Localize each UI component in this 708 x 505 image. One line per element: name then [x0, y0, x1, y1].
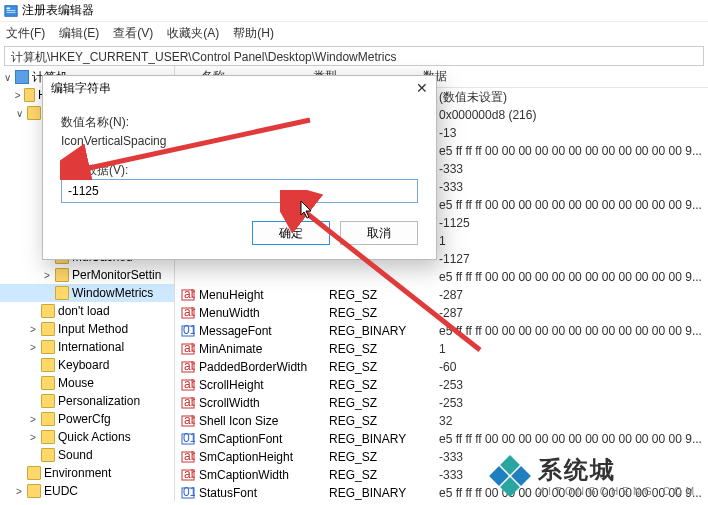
value-type-icon: ab — [181, 396, 195, 410]
cell-type: REG_SZ — [329, 450, 439, 464]
list-row[interactable]: abScrollHeightREG_SZ-253 — [175, 376, 708, 394]
svg-text:ab: ab — [184, 288, 195, 301]
list-row[interactable]: abShell Icon SizeREG_SZ32 — [175, 412, 708, 430]
cell-name: SmCaptionWidth — [199, 468, 329, 482]
cell-data: e5 ff ff ff 00 00 00 00 00 00 00 00 00 0… — [439, 324, 708, 338]
cell-type: REG_SZ — [329, 378, 439, 392]
folder-icon — [41, 322, 55, 336]
cell-type: REG_SZ — [329, 306, 439, 320]
value-data-label: 数值数据(V): — [61, 162, 418, 179]
cell-data: -333 — [439, 180, 708, 194]
cell-data: -287 — [439, 288, 708, 302]
watermark-en: XITONGCHENG.COM — [538, 486, 698, 497]
tree-node[interactable]: >Input Method — [0, 320, 174, 338]
value-name-value: IconVerticalSpacing — [61, 131, 418, 156]
cell-data: -253 — [439, 378, 708, 392]
tree-twisty-icon[interactable]: > — [14, 90, 21, 101]
cell-name: StatusFont — [199, 486, 329, 500]
value-type-icon: ab — [181, 342, 195, 356]
tree-twisty-icon[interactable]: ∨ — [2, 72, 12, 83]
tree-twisty-icon[interactable]: > — [28, 432, 38, 443]
list-row[interactable]: abScrollWidthREG_SZ-253 — [175, 394, 708, 412]
tree-node[interactable]: >PowerCfg — [0, 410, 174, 428]
tree-label: PerMonitorSettin — [72, 268, 161, 282]
list-row[interactable]: abMinAnimateREG_SZ1 — [175, 340, 708, 358]
edit-string-dialog: 编辑字符串 ✕ 数值名称(N): IconVerticalSpacing 数值数… — [42, 75, 437, 260]
menu-edit[interactable]: 编辑(E) — [59, 25, 99, 42]
tree-node[interactable]: WindowMetrics — [0, 284, 174, 302]
watermark-cn: 系统城 — [538, 454, 616, 486]
tree-node[interactable]: Personalization — [0, 392, 174, 410]
close-icon[interactable]: ✕ — [416, 80, 428, 96]
tree-twisty-icon[interactable]: > — [28, 342, 38, 353]
menu-fav[interactable]: 收藏夹(A) — [167, 25, 219, 42]
dialog-titlebar[interactable]: 编辑字符串 ✕ — [43, 76, 436, 100]
menu-file[interactable]: 文件(F) — [6, 25, 45, 42]
cell-type: REG_SZ — [329, 468, 439, 482]
cell-name: MessageFont — [199, 324, 329, 338]
menu-view[interactable]: 查看(V) — [113, 25, 153, 42]
list-row[interactable]: 011SmCaptionFontREG_BINARYe5 ff ff ff 00… — [175, 430, 708, 448]
cell-data: e5 ff ff ff 00 00 00 00 00 00 00 00 00 0… — [439, 432, 708, 446]
cell-data: -253 — [439, 396, 708, 410]
folder-icon — [41, 412, 55, 426]
cell-name: MenuHeight — [199, 288, 329, 302]
cancel-button[interactable]: 取消 — [340, 221, 418, 245]
cell-type: REG_BINARY — [329, 486, 439, 500]
tree-node[interactable]: Keyboard — [0, 356, 174, 374]
cell-type: REG_SZ — [329, 414, 439, 428]
address-bar[interactable]: 计算机\HKEY_CURRENT_USER\Control Panel\Desk… — [4, 46, 704, 66]
tree-label: WindowMetrics — [72, 286, 153, 300]
tree-label: EUDC — [44, 484, 78, 498]
dialog-title: 编辑字符串 — [51, 80, 111, 97]
folder-icon — [41, 358, 55, 372]
tree-node[interactable]: >International — [0, 338, 174, 356]
value-type-icon: ab — [181, 378, 195, 392]
folder-icon — [41, 430, 55, 444]
col-data[interactable]: 数据 — [415, 68, 708, 85]
cell-data: -60 — [439, 360, 708, 374]
svg-text:ab: ab — [184, 342, 195, 355]
list-row[interactable]: abMenuWidthREG_SZ-287 — [175, 304, 708, 322]
tree-node[interactable]: Environment — [0, 464, 174, 482]
svg-rect-3 — [7, 11, 16, 12]
tree-node[interactable]: >PerMonitorSettin — [0, 266, 174, 284]
cell-data: e5 ff ff ff 00 00 00 00 00 00 00 00 00 0… — [439, 144, 708, 158]
tree-label: Quick Actions — [58, 430, 131, 444]
tree-node[interactable]: >Quick Actions — [0, 428, 174, 446]
tree-label: Personalization — [58, 394, 140, 408]
tree-twisty-icon[interactable]: > — [28, 414, 38, 425]
tree-node[interactable]: >EUDC — [0, 482, 174, 500]
cell-type: REG_SZ — [329, 342, 439, 356]
menu-bar: 文件(F) 编辑(E) 查看(V) 收藏夹(A) 帮助(H) — [0, 22, 708, 44]
tree-twisty-icon[interactable]: > — [28, 324, 38, 335]
tree-node[interactable]: Sound — [0, 446, 174, 464]
cell-data: -287 — [439, 306, 708, 320]
tree-label: Environment — [44, 466, 111, 480]
list-row[interactable]: abPaddedBorderWidthREG_SZ-60 — [175, 358, 708, 376]
folder-icon — [27, 466, 41, 480]
cell-name: SmCaptionFont — [199, 432, 329, 446]
folder-icon — [41, 340, 55, 354]
list-row[interactable]: abMenuHeightREG_SZ-287 — [175, 286, 708, 304]
tree-twisty-icon[interactable]: > — [14, 486, 24, 497]
cell-data: -1125 — [439, 216, 708, 230]
folder-icon — [55, 286, 69, 300]
cell-type: REG_SZ — [329, 396, 439, 410]
value-type-icon: ab — [181, 306, 195, 320]
ok-button[interactable]: 确定 — [252, 221, 330, 245]
menu-help[interactable]: 帮助(H) — [233, 25, 274, 42]
list-row[interactable]: e5 ff ff ff 00 00 00 00 00 00 00 00 00 0… — [175, 268, 708, 286]
svg-text:011: 011 — [183, 324, 195, 337]
tree-node[interactable]: don't load — [0, 302, 174, 320]
tree-twisty-icon[interactable]: > — [42, 270, 52, 281]
tree-label: Keyboard — [58, 358, 109, 372]
list-row[interactable]: 011MessageFontREG_BINARYe5 ff ff ff 00 0… — [175, 322, 708, 340]
cell-data: e5 ff ff ff 00 00 00 00 00 00 00 00 00 0… — [439, 270, 708, 284]
folder-icon — [41, 448, 55, 462]
tree-twisty-icon[interactable]: ∨ — [14, 108, 24, 119]
svg-text:ab: ab — [184, 396, 195, 409]
tree-node[interactable]: Mouse — [0, 374, 174, 392]
tree-node[interactable]: >Keyboard Layout — [0, 500, 174, 501]
value-data-input[interactable] — [61, 179, 418, 203]
